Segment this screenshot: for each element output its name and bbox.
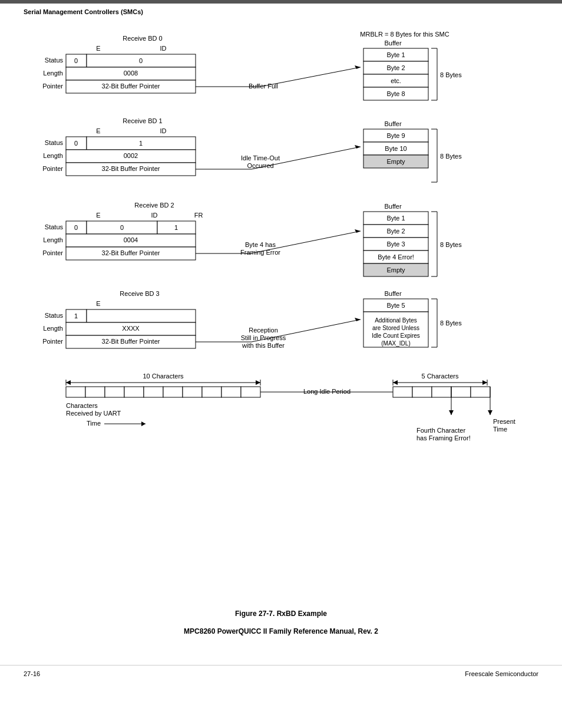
svg-text:Fourth Character: Fourth Character <box>416 427 465 434</box>
svg-text:32-Bit Buffer Pointer: 32-Bit Buffer Pointer <box>102 83 160 90</box>
svg-text:Receive BD 2: Receive BD 2 <box>134 202 174 209</box>
svg-marker-168 <box>488 410 492 415</box>
svg-rect-157 <box>471 387 490 397</box>
svg-text:Still in Progress: Still in Progress <box>241 334 286 341</box>
svg-rect-150 <box>241 387 260 397</box>
svg-text:MRBLR = 8 Bytes for this SMC: MRBLR = 8 Bytes for this SMC <box>360 31 449 38</box>
svg-text:Receive BD 1: Receive BD 1 <box>123 117 162 124</box>
svg-text:32-Bit Buffer Pointer: 32-Bit Buffer Pointer <box>102 249 160 256</box>
svg-text:Byte 9: Byte 9 <box>386 132 405 139</box>
svg-text:E: E <box>96 212 100 219</box>
page-footer: 27-16 Freescale Semiconductor <box>0 665 562 682</box>
svg-text:0: 0 <box>74 57 78 64</box>
svg-text:Buffer: Buffer <box>384 120 401 127</box>
svg-text:Buffer: Buffer <box>384 39 401 47</box>
svg-text:are Stored Unless: are Stored Unless <box>372 325 419 331</box>
svg-line-30 <box>260 67 361 87</box>
svg-marker-132 <box>66 380 71 385</box>
section-title: Serial Management Controllers (SMCs) <box>24 8 143 15</box>
svg-text:0: 0 <box>120 224 124 231</box>
svg-rect-156 <box>451 387 471 397</box>
svg-text:0002: 0002 <box>124 152 138 159</box>
svg-text:10 Characters: 10 Characters <box>143 373 184 380</box>
svg-text:Reception: Reception <box>249 327 278 334</box>
svg-text:0: 0 <box>74 224 78 231</box>
svg-rect-154 <box>412 387 432 397</box>
svg-rect-145 <box>144 387 163 397</box>
svg-text:ID: ID <box>160 127 167 134</box>
main-diagram: Receive BD 0 E ID Status 0 0 Length 0008… <box>28 26 534 604</box>
svg-text:Pointer: Pointer <box>42 83 63 90</box>
svg-text:Byte 4 has: Byte 4 has <box>245 241 276 248</box>
svg-text:Receive BD 3: Receive BD 3 <box>120 290 159 297</box>
svg-marker-164 <box>449 410 454 415</box>
svg-rect-148 <box>202 387 222 397</box>
svg-text:FR: FR <box>194 212 203 219</box>
svg-rect-146 <box>163 387 183 397</box>
svg-text:Status: Status <box>45 223 64 230</box>
svg-text:32-Bit Buffer Pointer: 32-Bit Buffer Pointer <box>102 165 160 172</box>
svg-rect-149 <box>222 387 241 397</box>
svg-rect-143 <box>105 387 124 397</box>
svg-text:Length: Length <box>43 325 63 332</box>
svg-text:with this Buffer: with this Buffer <box>242 342 285 349</box>
svg-rect-104 <box>87 309 196 322</box>
svg-marker-138 <box>393 380 398 385</box>
svg-text:XXXX: XXXX <box>122 325 140 332</box>
svg-text:8 Bytes: 8 Bytes <box>440 71 462 78</box>
svg-text:E: E <box>96 45 100 52</box>
svg-text:Length: Length <box>43 152 63 159</box>
svg-text:Byte 10: Byte 10 <box>385 145 406 152</box>
svg-text:Byte 1: Byte 1 <box>386 215 405 222</box>
footer-center-text: MPC8260 PowerQUICC II Family Reference M… <box>24 624 538 641</box>
svg-text:Time: Time <box>87 420 101 427</box>
svg-text:Pointer: Pointer <box>42 249 63 256</box>
svg-text:etc.: etc. <box>391 77 401 84</box>
svg-text:32-Bit Buffer Pointer: 32-Bit Buffer Pointer <box>102 338 160 345</box>
footer-right: Freescale Semiconductor <box>465 670 538 677</box>
svg-text:ID: ID <box>160 45 167 52</box>
svg-text:5 Characters: 5 Characters <box>422 373 459 380</box>
svg-text:E: E <box>96 127 100 134</box>
svg-text:Status: Status <box>45 57 64 64</box>
svg-text:Buffer: Buffer <box>384 290 401 297</box>
svg-text:Length: Length <box>43 236 63 243</box>
svg-text:8 Bytes: 8 Bytes <box>440 241 462 248</box>
svg-marker-133 <box>256 380 260 385</box>
svg-rect-147 <box>183 387 202 397</box>
svg-marker-162 <box>141 421 146 426</box>
svg-rect-142 <box>85 387 105 397</box>
svg-text:Additional Bytes: Additional Bytes <box>375 317 417 324</box>
svg-text:Byte 1: Byte 1 <box>386 51 405 58</box>
svg-text:0004: 0004 <box>124 236 138 243</box>
svg-text:Receive BD 0: Receive BD 0 <box>123 35 162 42</box>
svg-rect-141 <box>66 387 85 397</box>
footer-left: 27-16 <box>24 670 40 677</box>
svg-text:Buffer: Buffer <box>384 203 401 210</box>
svg-text:Characters: Characters <box>66 402 98 409</box>
svg-text:0008: 0008 <box>124 70 138 77</box>
svg-text:Received by UART: Received by UART <box>66 410 121 417</box>
svg-text:8 Bytes: 8 Bytes <box>440 319 462 327</box>
svg-marker-139 <box>482 380 487 385</box>
svg-text:Status: Status <box>45 139 64 146</box>
svg-text:Byte 2: Byte 2 <box>386 64 405 71</box>
main-content: Receive BD 0 E ID Status 0 0 Length 0008… <box>0 20 562 653</box>
svg-rect-155 <box>432 387 451 397</box>
svg-text:0: 0 <box>139 57 143 64</box>
figure-caption: Figure 27-7. RxBD Example <box>24 610 538 618</box>
svg-text:Byte 5: Byte 5 <box>386 302 405 309</box>
svg-text:has Framing Error!: has Framing Error! <box>416 434 471 442</box>
svg-text:Pointer: Pointer <box>42 338 63 345</box>
svg-text:Length: Length <box>43 70 63 77</box>
svg-rect-153 <box>393 387 412 397</box>
svg-text:Long Idle Period: Long Idle Period <box>303 388 351 395</box>
svg-text:E: E <box>96 300 100 307</box>
svg-text:1: 1 <box>74 312 78 319</box>
svg-text:Byte 4 Error!: Byte 4 Error! <box>378 253 414 261</box>
svg-text:Empty: Empty <box>386 158 405 165</box>
svg-text:Byte 3: Byte 3 <box>386 241 405 248</box>
svg-text:Empty: Empty <box>386 266 405 274</box>
svg-text:Pointer: Pointer <box>42 165 63 172</box>
svg-text:(MAX_IDL): (MAX_IDL) <box>381 340 410 347</box>
